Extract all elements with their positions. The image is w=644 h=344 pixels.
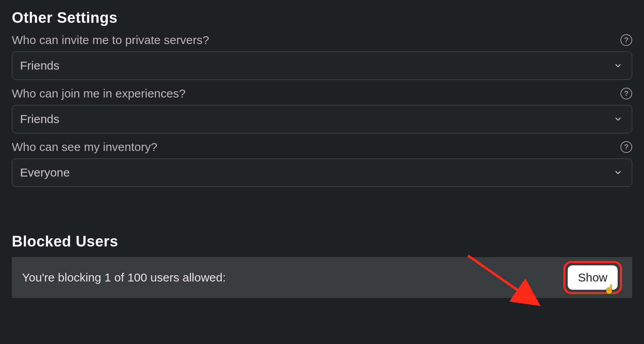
select-join-experiences[interactable]: Friends	[12, 105, 632, 133]
select-value: Friends	[20, 112, 59, 126]
blocked-users-bar: You're blocking 1 of 100 users allowed: …	[12, 257, 632, 298]
setting-label: Who can see my inventory?	[12, 140, 157, 154]
select-inventory[interactable]: Everyone	[12, 158, 632, 187]
chevron-down-icon	[614, 115, 622, 123]
setting-label: Who can invite me to private servers?	[12, 33, 209, 47]
blocked-users-status: You're blocking 1 of 100 users allowed:	[22, 271, 226, 284]
select-value: Friends	[20, 59, 59, 72]
other-settings-title: Other Settings	[12, 9, 632, 26]
show-button[interactable]: Show	[568, 265, 618, 290]
show-button-highlight: Show ☝	[563, 261, 622, 294]
select-value: Everyone	[20, 166, 70, 179]
chevron-down-icon	[614, 168, 622, 177]
help-icon[interactable]: ?	[620, 141, 632, 153]
setting-label: Who can join me in experiences?	[12, 87, 186, 100]
help-icon[interactable]: ?	[620, 88, 632, 99]
setting-join-experiences: Who can join me in experiences? ? Friend…	[12, 87, 632, 133]
setting-inventory: Who can see my inventory? ? Everyone	[12, 140, 632, 187]
chevron-down-icon	[614, 61, 622, 70]
blocked-users-title: Blocked Users	[12, 233, 632, 250]
select-private-servers[interactable]: Friends	[12, 52, 632, 80]
setting-private-servers: Who can invite me to private servers? ? …	[12, 33, 632, 80]
help-icon[interactable]: ?	[620, 34, 632, 46]
